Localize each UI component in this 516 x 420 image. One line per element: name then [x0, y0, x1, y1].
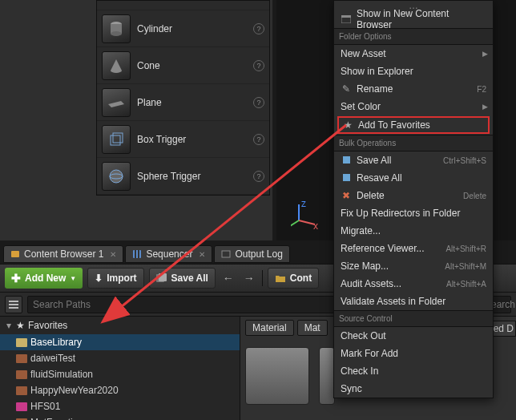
import-button[interactable]: ⬇ Import	[87, 268, 143, 289]
palette-item-label: Cylinder	[137, 23, 253, 34]
sources-panel-toggle[interactable]	[5, 296, 22, 313]
folder-icon	[16, 402, 27, 411]
save-icon	[341, 155, 352, 166]
palette-item-label: Plane	[137, 97, 253, 108]
save-all-button[interactable]: Save All	[149, 268, 216, 289]
ctx-fixup-redirectors[interactable]: Fix Up Redirectors in Folder	[334, 204, 493, 222]
tab-sequencer[interactable]: Sequencer ✕	[125, 245, 212, 263]
svg-rect-23	[341, 15, 351, 18]
plane-icon	[102, 88, 131, 117]
nav-back-button[interactable]: ←	[220, 272, 236, 285]
favorite-folder[interactable]: HFS01	[0, 398, 240, 414]
tab-label: Content Browser 1	[24, 248, 103, 260]
ctx-audit-assets[interactable]: Audit Assets... Alt+Shift+A	[334, 275, 493, 293]
delete-icon: ✖	[341, 190, 352, 201]
palette-item-box-trigger[interactable]: Box Trigger ?	[97, 121, 269, 158]
svg-rect-15	[138, 250, 139, 258]
folder-icon	[275, 273, 286, 283]
chevron-right-icon: ▶	[482, 103, 488, 111]
folder-icon	[16, 338, 27, 347]
close-icon[interactable]: ✕	[110, 250, 116, 259]
svg-rect-18	[159, 273, 167, 281]
ctx-sync[interactable]: Sync	[334, 380, 493, 398]
chevron-right-icon: ▶	[482, 50, 488, 58]
folder-label: HFS01	[30, 401, 60, 412]
ctx-reference-viewer[interactable]: Reference Viewer... Alt+Shift+R	[334, 240, 493, 257]
folder-label: BaseLibrary	[30, 337, 82, 348]
save-icon	[341, 172, 352, 184]
svg-rect-4	[113, 133, 123, 143]
folder-label: MatFunctions	[30, 417, 88, 420]
help-icon[interactable]: ?	[253, 134, 264, 145]
svg-rect-21	[9, 307, 18, 309]
ctx-new-asset[interactable]: New Asset ▶	[334, 45, 493, 63]
add-new-button[interactable]: ✚ Add New ▼	[5, 268, 83, 289]
ctx-rename[interactable]: ✎ Rename F2	[334, 80, 493, 98]
filter-chip-material[interactable]: Material	[245, 320, 294, 336]
ctx-add-to-favorites[interactable]: ★ Add To Favorites	[337, 116, 490, 134]
output-log-icon	[221, 249, 231, 259]
asset-thumbnail[interactable]	[245, 347, 309, 405]
favorite-folder[interactable]: daiweiTest	[0, 350, 240, 366]
svg-rect-20	[9, 304, 18, 305]
asset-thumbnail[interactable]	[319, 347, 335, 405]
palette-item-cone[interactable]: Cone ?	[97, 47, 269, 84]
svg-rect-16	[222, 251, 230, 257]
ctx-validate-assets[interactable]: Validate Assets in Folder	[334, 293, 493, 310]
star-icon: ★	[342, 119, 353, 131]
button-label: Save All	[171, 273, 208, 284]
folder-label: daiweiTest	[30, 353, 75, 364]
filter-chip-mat[interactable]: Mat	[297, 320, 328, 336]
search-placeholder: Search Paths	[33, 299, 91, 310]
folder-label: HappyNewYear2020	[30, 385, 119, 396]
collapse-caret-icon: ▾	[5, 320, 13, 331]
ctx-set-color[interactable]: Set Color ▶	[334, 98, 493, 115]
breadcrumb-button[interactable]: Cont	[268, 268, 319, 289]
ctx-size-map[interactable]: Size Map... Alt+Shift+M	[334, 257, 493, 275]
save-icon	[156, 273, 167, 283]
folder-icon	[16, 354, 27, 363]
window-icon	[341, 14, 352, 25]
favorites-label: Favorites	[28, 320, 67, 331]
ctx-migrate[interactable]: Migrate...	[334, 222, 493, 240]
help-icon[interactable]: ?	[253, 171, 264, 182]
ctx-show-explorer[interactable]: Show in Explorer	[334, 63, 493, 80]
favorite-folder[interactable]: HappyNewYear2020	[0, 382, 240, 398]
palette-item-sphere-trigger[interactable]: Sphere Trigger ?	[97, 158, 269, 195]
tab-output-log[interactable]: Output Log	[214, 245, 289, 263]
ctx-section-source-control: Source Control	[334, 310, 493, 327]
help-icon[interactable]: ?	[253, 23, 264, 34]
ctx-resave-all[interactable]: Resave All	[334, 169, 493, 187]
search-paths-input[interactable]: Search Paths 🔍	[27, 296, 377, 313]
palette-item-plane[interactable]: Plane ?	[97, 84, 269, 121]
help-icon[interactable]: ?	[253, 97, 264, 108]
tab-label: Output Log	[235, 248, 282, 260]
tab-content-browser[interactable]: Content Browser 1 ✕	[3, 245, 123, 263]
ctx-section-folder: Folder Options	[334, 28, 493, 45]
chevron-down-icon: ▼	[70, 275, 76, 282]
help-icon[interactable]: ?	[253, 60, 264, 71]
favorite-folder[interactable]: BaseLibrary	[0, 334, 240, 350]
import-icon: ⬇	[95, 273, 103, 284]
ctx-delete[interactable]: ✖ Delete Delete	[334, 187, 493, 204]
svg-rect-14	[135, 250, 136, 258]
close-icon[interactable]: ✕	[199, 250, 205, 259]
favorite-folder[interactable]: MatFunctions	[0, 414, 240, 420]
ctx-save-all[interactable]: Save All Ctrl+Shift+S	[334, 151, 493, 169]
ctx-show-new-browser[interactable]: Show in New Content Browser	[334, 10, 493, 28]
favorite-folder[interactable]: fluidSimulation	[0, 366, 240, 382]
nav-forward-button[interactable]: →	[241, 272, 257, 285]
star-icon: ★	[16, 320, 25, 331]
ctx-check-in[interactable]: Check In	[334, 362, 493, 380]
ctx-check-out[interactable]: Check Out	[334, 327, 493, 345]
sources-panel: ▾ ★ Favorites BaseLibrarydaiweiTestfluid…	[0, 317, 240, 420]
folder-icon	[16, 370, 27, 379]
sequencer-icon	[132, 249, 142, 259]
palette-item-cylinder[interactable]: Cylinder ?	[97, 10, 269, 47]
ctx-section-bulk: Bulk Operations	[334, 135, 493, 151]
tab-label: Sequencer	[146, 248, 192, 260]
svg-rect-3	[111, 135, 120, 145]
ctx-mark-for-add[interactable]: Mark For Add	[334, 345, 493, 362]
favorites-header[interactable]: ▾ ★ Favorites	[0, 317, 240, 334]
svg-rect-13	[133, 250, 141, 258]
